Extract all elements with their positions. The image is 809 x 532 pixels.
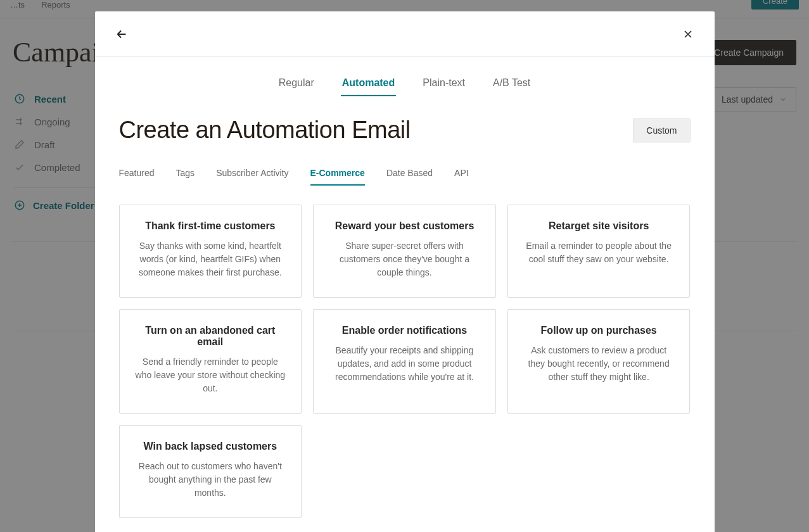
cat-tab-date-based[interactable]: Date Based: [386, 165, 433, 186]
cat-tab-featured[interactable]: Featured: [119, 165, 155, 186]
tab-automated[interactable]: Automated: [341, 73, 397, 96]
automation-cards: Thank first-time customers Say thanks wi…: [119, 205, 691, 518]
card-desc: Send a friendly reminder to people who l…: [134, 355, 288, 395]
automation-modal: Regular Automated Plain-text A/B Test Cr…: [95, 11, 715, 532]
card-title: Follow up on purchases: [522, 325, 676, 336]
cat-tab-api[interactable]: API: [454, 165, 469, 186]
modal-overlay: Regular Automated Plain-text A/B Test Cr…: [0, 0, 809, 532]
card-order-notifications[interactable]: Enable order notifications Beautify your…: [313, 309, 496, 414]
cat-tab-tags[interactable]: Tags: [176, 165, 195, 186]
card-win-back[interactable]: Win back lapsed customers Reach out to c…: [119, 425, 302, 518]
card-thank-first-time[interactable]: Thank first-time customers Say thanks wi…: [119, 205, 302, 298]
card-follow-up[interactable]: Follow up on purchases Ask customers to …: [507, 309, 691, 414]
card-retarget[interactable]: Retarget site visitors Email a reminder …: [507, 205, 691, 298]
card-title: Thank first-time customers: [134, 220, 288, 232]
card-desc: Ask customers to review a product they b…: [522, 344, 676, 384]
close-button[interactable]: [680, 27, 696, 42]
back-button[interactable]: [114, 27, 129, 42]
tab-ab-test[interactable]: A/B Test: [492, 73, 532, 96]
card-title: Retarget site visitors: [522, 220, 676, 232]
tab-plain-text[interactable]: Plain-text: [421, 73, 466, 96]
card-title: Turn on an abandoned cart email: [134, 325, 288, 348]
card-title: Enable order notifications: [328, 325, 481, 336]
custom-button[interactable]: Custom: [633, 118, 690, 142]
card-reward-best[interactable]: Reward your best customers Share super-s…: [313, 205, 496, 298]
card-desc: Email a reminder to people about the coo…: [522, 239, 676, 266]
cat-tab-ecommerce[interactable]: E-Commerce: [310, 165, 365, 186]
card-desc: Reach out to customers who haven't bough…: [134, 460, 288, 500]
cat-tab-subscriber-activity[interactable]: Subscriber Activity: [216, 165, 288, 186]
card-title: Win back lapsed customers: [134, 441, 288, 452]
modal-title: Create an Automation Email: [119, 117, 411, 144]
email-type-tabs: Regular Automated Plain-text A/B Test: [95, 57, 715, 103]
card-desc: Share super-secret offers with customers…: [328, 239, 481, 279]
category-tabs: Featured Tags Subscriber Activity E-Comm…: [119, 165, 691, 186]
tab-regular[interactable]: Regular: [277, 73, 315, 96]
card-desc: Beautify your receipts and shipping upda…: [328, 344, 481, 384]
card-title: Reward your best customers: [328, 220, 481, 232]
card-desc: Say thanks with some kind, heartfelt wor…: [134, 239, 288, 279]
modal-header: [95, 11, 715, 57]
card-abandoned-cart[interactable]: Turn on an abandoned cart email Send a f…: [119, 309, 302, 414]
